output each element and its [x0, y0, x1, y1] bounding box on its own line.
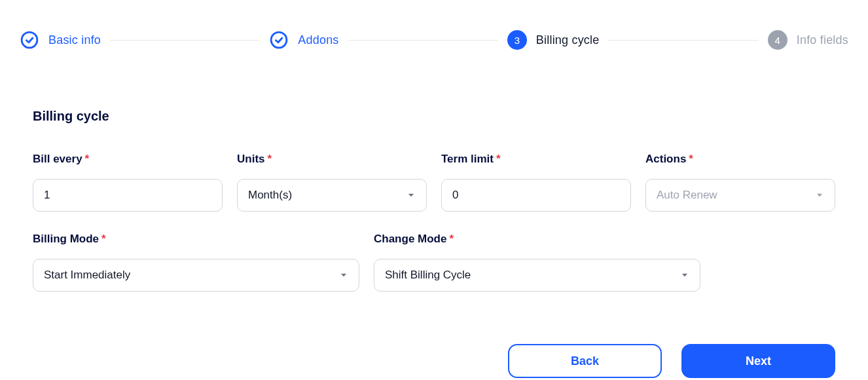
field-label: Units* — [237, 153, 427, 166]
label-text: Change Mode — [374, 233, 446, 245]
field-label: Actions* — [645, 153, 835, 166]
label-text: Actions — [645, 153, 686, 165]
step-label: Billing cycle — [536, 33, 600, 47]
required-asterisk: * — [101, 233, 106, 245]
bill-every-input[interactable] — [44, 180, 211, 211]
required-asterisk: * — [449, 233, 454, 245]
field-billing-mode: Billing Mode* Start Immediately — [33, 233, 359, 292]
label-text: Term limit — [441, 153, 494, 165]
back-button[interactable]: Back — [508, 344, 662, 378]
wizard-stepper: Basic info Addons 3 Billing cycle 4 Info… — [20, 30, 848, 50]
step-number: 4 — [768, 30, 787, 50]
actions-select[interactable]: Auto Renew — [645, 179, 835, 212]
chevron-down-icon — [815, 191, 824, 200]
step-connector — [110, 40, 260, 41]
section-title: Billing cycle — [20, 109, 848, 124]
required-asterisk: * — [689, 153, 693, 165]
label-text: Bill every — [33, 153, 82, 165]
chevron-down-icon — [339, 271, 348, 280]
field-label: Billing Mode* — [33, 233, 359, 246]
billing-mode-select[interactable]: Start Immediately — [33, 259, 359, 292]
svg-point-0 — [22, 32, 37, 48]
step-connector — [608, 40, 758, 41]
term-limit-input-wrapper — [441, 179, 631, 212]
check-icon — [20, 30, 39, 50]
units-select[interactable]: Month(s) — [237, 179, 427, 212]
select-value: Month(s) — [248, 189, 292, 202]
select-value: Shift Billing Cycle — [385, 269, 471, 282]
label-text: Units — [237, 153, 265, 165]
bill-every-input-wrapper — [33, 179, 223, 212]
step-addons[interactable]: Addons — [269, 30, 338, 50]
step-connector — [348, 40, 498, 41]
step-billing-cycle[interactable]: 3 Billing cycle — [507, 30, 600, 50]
field-units: Units* Month(s) — [237, 153, 427, 212]
svg-point-1 — [271, 32, 287, 48]
term-limit-input[interactable] — [452, 180, 620, 211]
field-label: Change Mode* — [374, 233, 700, 246]
step-basic-info[interactable]: Basic info — [20, 30, 101, 50]
form-row: Bill every* Units* Month(s) Term limit* … — [20, 153, 848, 212]
required-asterisk: * — [496, 153, 501, 165]
step-label: Info fields — [797, 33, 848, 47]
select-value: Auto Renew — [657, 189, 717, 202]
chevron-down-icon — [680, 271, 689, 280]
form-row: Billing Mode* Start Immediately Change M… — [20, 233, 714, 292]
field-actions: Actions* Auto Renew — [645, 153, 835, 212]
next-button[interactable]: Next — [681, 344, 835, 378]
field-bill-every: Bill every* — [33, 153, 223, 212]
required-asterisk: * — [85, 153, 90, 165]
wizard-footer: Back Next — [20, 344, 848, 378]
step-label: Basic info — [48, 33, 101, 47]
field-term-limit: Term limit* — [441, 153, 631, 212]
step-info-fields[interactable]: 4 Info fields — [768, 30, 848, 50]
select-value: Start Immediately — [44, 269, 130, 282]
field-label: Term limit* — [441, 153, 631, 166]
chevron-down-icon — [407, 191, 416, 200]
field-label: Bill every* — [33, 153, 223, 166]
step-number: 3 — [507, 30, 527, 50]
check-icon — [269, 30, 289, 50]
step-label: Addons — [298, 33, 338, 47]
change-mode-select[interactable]: Shift Billing Cycle — [374, 259, 700, 292]
label-text: Billing Mode — [33, 233, 99, 245]
required-asterisk: * — [268, 153, 272, 165]
field-change-mode: Change Mode* Shift Billing Cycle — [374, 233, 700, 292]
